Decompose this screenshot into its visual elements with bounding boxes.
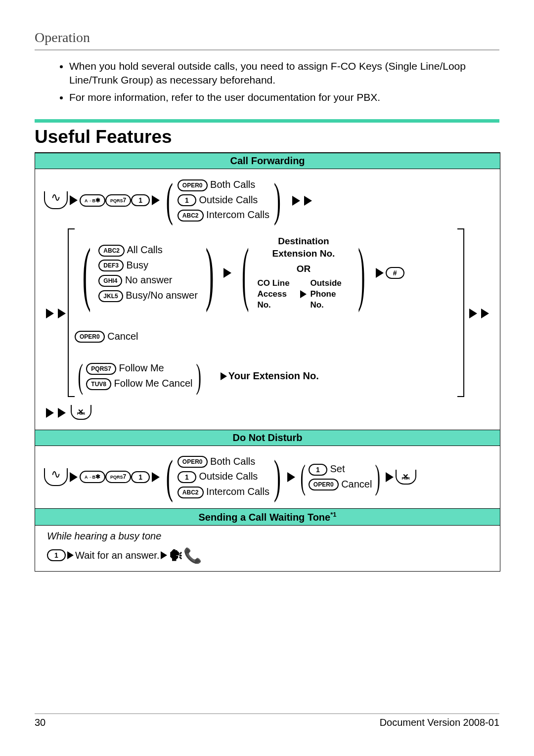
key-1: 1 xyxy=(47,549,66,561)
arrow-icon xyxy=(46,408,54,418)
arrow-icon xyxy=(292,196,300,206)
arrow-icon xyxy=(376,268,384,278)
key-1: 1 xyxy=(178,194,196,206)
offhook-icon xyxy=(44,191,68,209)
key-1: 1 xyxy=(131,194,150,206)
key-8: TUV8 xyxy=(86,378,111,390)
brace-right-icon: ) xyxy=(274,182,281,218)
page-footer: 30 Document Version 2008-01 xyxy=(35,713,499,728)
opt-label: Intercom Calls xyxy=(206,486,269,497)
brace-right-icon: ) xyxy=(274,459,281,494)
key-1: 1 xyxy=(309,464,327,476)
offhook-icon xyxy=(44,468,68,486)
arrow-icon xyxy=(223,268,231,278)
your-extension-label: Your Extension No. xyxy=(228,370,319,382)
section-divider xyxy=(35,119,499,123)
arrow-icon xyxy=(221,372,227,380)
key-2: ABC2 xyxy=(98,245,125,257)
power-icon: PWR xyxy=(71,405,91,420)
arrow-icon xyxy=(70,472,78,482)
key-7: PQRS7 xyxy=(105,471,131,483)
brace-left-icon: ( xyxy=(242,244,249,302)
opt-label: No answer xyxy=(125,274,173,285)
key-3: DEF3 xyxy=(98,260,124,271)
arrow-icon xyxy=(300,290,307,298)
opt-label: Cancel xyxy=(341,479,372,489)
key-0: OPER0 xyxy=(178,456,208,468)
brace-left-icon: ( xyxy=(83,244,91,302)
left-bracket-icon xyxy=(68,228,75,397)
key-1: 1 xyxy=(178,471,196,483)
page-number: 30 xyxy=(35,717,45,728)
intro-list: When you hold several outside calls, you… xyxy=(49,59,499,104)
brace-left-icon: ( xyxy=(166,459,173,494)
intro-bullet: When you hold several outside calls, you… xyxy=(69,59,499,88)
page-header: Operation xyxy=(35,30,499,50)
dnd-header: Do Not Disturb xyxy=(35,430,500,446)
key-2: ABC2 xyxy=(178,210,204,222)
opt-label: Cancel xyxy=(107,331,138,342)
opt-label: Set xyxy=(330,463,345,474)
opt-label: Follow Me xyxy=(119,362,164,373)
key-star: A→B✱ xyxy=(80,471,105,483)
brace-right-icon: ) xyxy=(196,363,201,390)
doc-version: Document Version 2008-01 xyxy=(380,717,499,728)
key-7: PQRS7 xyxy=(86,363,116,375)
arrow-icon xyxy=(152,195,160,205)
opt-label: Follow Me Cancel xyxy=(114,378,193,389)
dnd-body: A→B✱PQRS71 ( OPER0 Both Calls 1 Outside … xyxy=(35,446,500,508)
key-4: GHI4 xyxy=(98,275,122,287)
arrow-icon xyxy=(58,408,66,418)
right-bracket-icon xyxy=(457,228,464,397)
opt-label: Outside Calls xyxy=(199,471,258,482)
opt-label: Both Calls xyxy=(210,179,255,190)
arrow-icon xyxy=(287,472,295,482)
key-hash: # xyxy=(386,267,404,279)
arrow-icon xyxy=(70,195,78,205)
intro-bullet: For more information, refer to the user … xyxy=(69,90,499,104)
opt-label: Intercom Calls xyxy=(206,209,269,220)
opt-label: Outside Calls xyxy=(199,194,258,205)
cwt-body: While hearing a busy tone 1 Wait for an … xyxy=(35,526,500,571)
key-1: 1 xyxy=(131,471,150,483)
brace-left-icon: ( xyxy=(166,182,173,218)
brace-left-icon: ( xyxy=(78,363,83,390)
arrow-icon xyxy=(46,309,54,318)
call-forwarding-body: A→B✱PQRS71 ( OPER0 Both Calls 1 Outside … xyxy=(35,169,500,430)
arrow-icon xyxy=(161,551,167,559)
arrow-icon xyxy=(152,472,160,482)
brace-left-icon: ( xyxy=(300,464,305,490)
cwt-condition: While hearing a busy tone xyxy=(47,531,491,542)
arrow-icon xyxy=(58,309,66,318)
key-7: PQRS7 xyxy=(105,194,131,207)
useful-features-heading: Useful Features xyxy=(35,127,499,147)
key-2: ABC2 xyxy=(178,487,204,498)
opt-label: Busy xyxy=(127,260,148,270)
key-5: JKL5 xyxy=(98,290,123,302)
brace-right-icon: ) xyxy=(358,244,365,302)
key-star: A→B✱ xyxy=(80,194,105,207)
arrow-icon xyxy=(304,196,312,206)
features-table: Call Forwarding A→B✱PQRS71 ( OPER0 Both … xyxy=(35,152,500,571)
wait-label: Wait for an answer. xyxy=(75,550,159,561)
arrow-icon xyxy=(469,309,477,318)
arrow-icon xyxy=(481,309,489,318)
brace-right-icon: ) xyxy=(375,464,380,490)
call-forwarding-header: Call Forwarding xyxy=(35,153,500,169)
arrow-icon xyxy=(386,472,394,482)
footnote-ref: *1 xyxy=(330,511,336,518)
opt-label: Both Calls xyxy=(210,456,255,467)
key-0: OPER0 xyxy=(309,479,339,490)
opt-label: Busy/No answer xyxy=(126,290,198,301)
cwt-header: Sending a Call Waiting Tone*1 xyxy=(35,508,500,526)
destination-block: Destination Extension No. OR CO LineAcce… xyxy=(257,235,350,311)
arrow-icon xyxy=(67,551,74,559)
opt-label: All Calls xyxy=(127,244,162,255)
key-0: OPER0 xyxy=(178,179,208,191)
talk-icon: 🗣📞 xyxy=(169,547,202,564)
power-icon: PWR xyxy=(396,470,416,485)
brace-right-icon: ) xyxy=(206,244,214,302)
key-0: OPER0 xyxy=(75,331,105,343)
